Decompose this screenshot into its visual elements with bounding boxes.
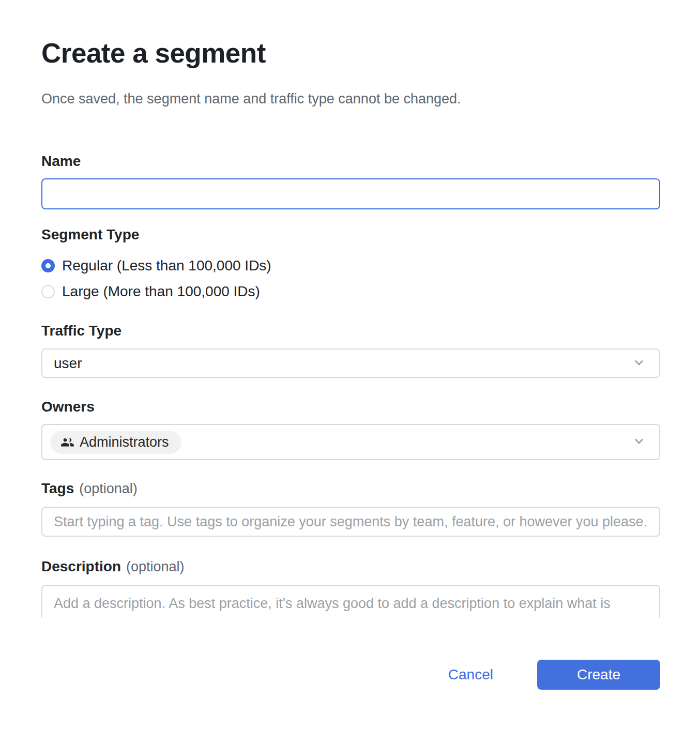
description-label-text: Description	[41, 558, 121, 574]
chevron-down-icon	[631, 355, 647, 372]
traffic-type-label: Traffic Type	[41, 324, 660, 338]
owner-chip[interactable]: Administrators	[50, 431, 181, 454]
segment-type-label: Segment Type	[41, 227, 660, 242]
radio-unselected-icon[interactable]	[41, 285, 55, 298]
radio-option-large[interactable]: Large (More than 100,000 IDs)	[41, 279, 660, 305]
description-textarea[interactable]	[41, 585, 660, 618]
radio-selected-icon[interactable]	[41, 259, 55, 272]
owner-chip-label: Administrators	[80, 434, 169, 450]
page-title: Create a segment	[41, 39, 660, 68]
radio-option-regular[interactable]: Regular (Less than 100,000 IDs)	[41, 253, 660, 279]
tags-label-text: Tags	[41, 480, 74, 496]
cancel-button[interactable]: Cancel	[448, 666, 493, 683]
owners-select[interactable]: Administrators	[41, 424, 660, 460]
description-clip-region	[41, 585, 660, 618]
modal-subtitle: Once saved, the segment name and traffic…	[41, 91, 660, 107]
description-label: Description(optional)	[41, 559, 660, 574]
create-segment-modal: Create a segment Once saved, the segment…	[0, 0, 700, 729]
description-optional-text: (optional)	[126, 559, 185, 574]
people-icon	[60, 435, 74, 449]
modal-footer: Cancel Create	[41, 660, 660, 690]
tags-input[interactable]	[41, 507, 660, 537]
create-button[interactable]: Create	[537, 660, 660, 690]
traffic-type-select[interactable]: user	[41, 348, 660, 378]
tags-optional-text: (optional)	[79, 481, 138, 496]
name-label: Name	[41, 154, 660, 169]
name-input[interactable]	[41, 178, 660, 209]
radio-option-label: Large (More than 100,000 IDs)	[62, 283, 260, 300]
chevron-down-icon	[631, 433, 647, 451]
traffic-type-value: user	[54, 355, 82, 372]
radio-option-label: Regular (Less than 100,000 IDs)	[62, 257, 271, 274]
tags-label: Tags(optional)	[41, 481, 660, 496]
segment-type-radio-group: Regular (Less than 100,000 IDs) Large (M…	[41, 253, 660, 305]
owners-label: Owners	[41, 400, 660, 414]
